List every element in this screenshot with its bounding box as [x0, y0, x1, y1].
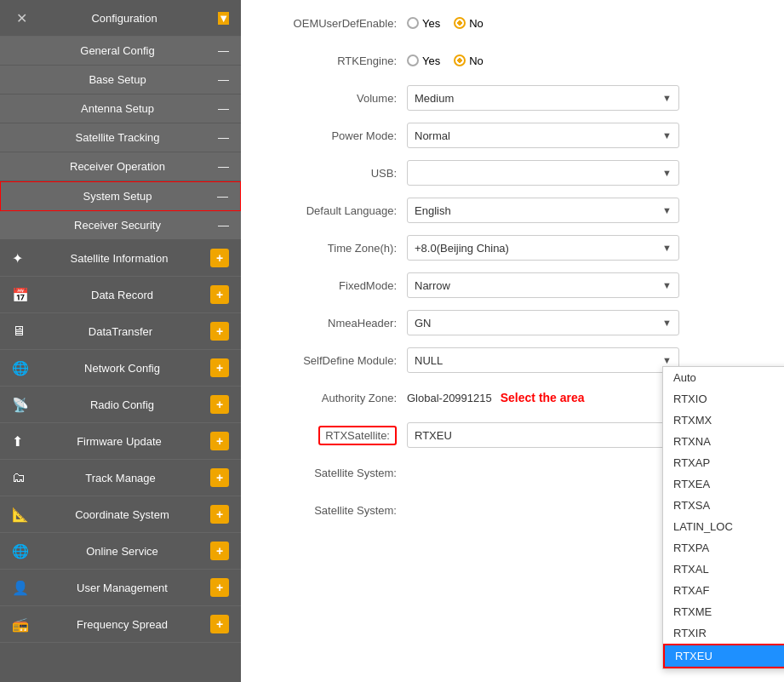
rtk-no-radio[interactable] [454, 54, 466, 66]
oem-yes-option[interactable]: Yes [407, 17, 440, 30]
dropdown-item-auto[interactable]: Auto [663, 367, 784, 388]
sidebar-item-coordinate-system[interactable]: 📐 Coordinate System + [0, 496, 241, 533]
timezone-chevron: ▼ [662, 243, 672, 253]
sidebar-item-network-config[interactable]: 🌐 Network Config + [0, 350, 241, 387]
timezone-value: +8.0(Beijing China) [415, 242, 509, 255]
sidebar-item-online-service[interactable]: 🌐 Online Service + [0, 533, 241, 570]
rtxsatellite-value: RTXEU [415, 429, 452, 442]
sidebar-item-system-setup[interactable]: System Setup — [0, 181, 241, 211]
sidebar-item-general-config[interactable]: General Config — [0, 37, 241, 66]
dropdown-item-rtxpa[interactable]: RTXPA [663, 537, 784, 559]
sidebar-item-user-management[interactable]: 👤 User Management + [0, 570, 241, 606]
coordinate-icon: 📐 [12, 507, 29, 523]
sidebar-item-data-transfer[interactable]: 🖥 DataTransfer + [0, 313, 241, 350]
dropdown-item-latin-loc[interactable]: LATIN_LOC [663, 516, 784, 537]
sidebar-item-receiver-operation[interactable]: Receiver Operation — [0, 152, 241, 181]
sidebar-item-base-setup[interactable]: Base Setup — [0, 66, 241, 95]
satellite-info-btn[interactable]: + [210, 249, 229, 267]
timezone-select[interactable]: +8.0(Beijing China) ▼ [407, 235, 679, 261]
coordinate-btn[interactable]: + [210, 505, 229, 524]
close-icon[interactable]: ✕ [12, 9, 31, 27]
radio-config-icon: 📡 [12, 397, 29, 413]
sidebar-item-antenna-setup[interactable]: Antenna Setup — [0, 95, 241, 123]
oem-radio-group: Yes No [407, 17, 484, 30]
sidebar-configuration-label: Configuration [31, 12, 218, 25]
frequency-spread-btn[interactable]: + [210, 615, 229, 633]
firmware-update-btn[interactable]: + [210, 432, 229, 450]
power-chevron: ▼ [662, 130, 672, 140]
oem-no-option[interactable]: No [454, 17, 484, 30]
rtk-yes-radio[interactable] [407, 54, 419, 66]
fixedmode-select[interactable]: Narrow ▼ [407, 272, 679, 298]
dropdown-item-rtxir[interactable]: RTXIR [663, 622, 784, 644]
sidebar-group-label: DataTransfer [31, 325, 210, 338]
rtk-no-option[interactable]: No [454, 54, 484, 67]
system-setup-btn[interactable]: — [217, 190, 228, 203]
oem-no-label: No [469, 17, 484, 30]
data-record-icon: 📅 [12, 287, 29, 303]
sidebar-group-label: User Management [34, 582, 210, 594]
fixedmode-chevron: ▼ [662, 280, 672, 290]
language-chevron: ▼ [662, 205, 672, 215]
dropdown-item-rtxaf[interactable]: RTXAF [663, 580, 784, 601]
volume-label: Volume: [258, 92, 407, 105]
online-service-btn[interactable]: + [210, 542, 229, 560]
usb-select[interactable]: ▼ [407, 160, 679, 186]
general-config-btn[interactable]: — [218, 44, 229, 57]
dropdown-item-rtxna[interactable]: RTXNA [663, 431, 784, 452]
dropdown-item-rtxme[interactable]: RTXME [663, 601, 784, 622]
sidebar-item-firmware-update[interactable]: ⬆ Firmware Update + [0, 423, 241, 460]
select-area-hint: Select the area [501, 391, 585, 404]
data-transfer-btn[interactable]: + [210, 322, 229, 341]
base-setup-btn[interactable]: — [218, 73, 229, 86]
user-management-btn[interactable]: + [210, 578, 229, 597]
power-select[interactable]: Normal ▼ [407, 123, 679, 148]
sidebar-configuration-header[interactable]: ✕ Configuration ▼ [0, 0, 241, 37]
satellite-tracking-btn[interactable]: — [218, 131, 229, 144]
network-config-btn[interactable]: + [210, 358, 229, 377]
sidebar-item-satellite-information[interactable]: ✦ Satellite Information + [0, 240, 241, 277]
sidebar-child-label: System Setup [18, 190, 217, 203]
sidebar-item-radio-config[interactable]: 📡 Radio Config + [0, 387, 241, 423]
data-record-btn[interactable]: + [210, 285, 229, 304]
nmeaheader-row: NmeaHeader: GN ▼ [258, 308, 767, 337]
sidebar-item-receiver-security[interactable]: Receiver Security — [0, 211, 241, 240]
language-select[interactable]: English ▼ [407, 198, 679, 223]
dropdown-item-rtxeu[interactable]: RTXEU [663, 644, 784, 668]
sidebar-group-label: Firmware Update [28, 435, 210, 448]
antenna-setup-btn[interactable]: — [218, 102, 229, 115]
satellite-system-label2: Satellite System: [258, 504, 407, 517]
nmeaheader-label: NmeaHeader: [258, 317, 407, 330]
rtxsatellite-select[interactable]: RTXEU ▼ [407, 422, 679, 448]
dropdown-item-rtxmx[interactable]: RTXMX [663, 410, 784, 431]
satellite-info-icon: ✦ [12, 250, 23, 266]
rtxsatellite-dropdown[interactable]: Auto RTXIO RTXMX RTXNA RTXAP RTXEA RTXSA… [662, 366, 784, 669]
volume-select[interactable]: Medium ▼ [407, 85, 679, 111]
sidebar-group-label: Network Config [34, 362, 210, 375]
sidebar-item-satellite-tracking[interactable]: Satellite Tracking — [0, 123, 241, 152]
dropdown-item-rtxap[interactable]: RTXAP [663, 452, 784, 473]
dropdown-item-rtxio[interactable]: RTXIO [663, 388, 784, 410]
sidebar-item-frequency-spread[interactable]: 📻 Frequency Spread + [0, 606, 241, 643]
oem-no-radio[interactable] [454, 17, 466, 29]
selfdefine-value: NULL [415, 354, 443, 367]
authority-label: Authority Zone: [258, 392, 407, 404]
configuration-toggle-btn[interactable]: ▼ [218, 12, 229, 25]
selfdefine-select[interactable]: NULL ▼ [407, 347, 679, 373]
dropdown-item-rtxea[interactable]: RTXEA [663, 473, 784, 495]
radio-config-btn[interactable]: + [210, 395, 229, 414]
dropdown-item-rtxal[interactable]: RTXAL [663, 559, 784, 580]
track-manage-btn[interactable]: + [210, 468, 229, 487]
nmeaheader-select[interactable]: GN ▼ [407, 310, 679, 335]
sidebar-item-track-manage[interactable]: 🗂 Track Manage + [0, 460, 241, 496]
oem-row: OEMUserDefEnable: Yes No [258, 9, 767, 37]
receiver-security-btn[interactable]: — [218, 219, 229, 232]
oem-yes-radio[interactable] [407, 17, 419, 29]
timezone-label: Time Zone(h): [258, 242, 407, 255]
sidebar-item-data-record[interactable]: 📅 Data Record + [0, 277, 241, 313]
rtk-yes-option[interactable]: Yes [407, 54, 440, 67]
sidebar-group-label: Data Record [34, 289, 210, 301]
receiver-operation-btn[interactable]: — [218, 160, 229, 173]
dropdown-item-rtxsa[interactable]: RTXSA [663, 495, 784, 516]
usb-chevron: ▼ [662, 168, 672, 178]
